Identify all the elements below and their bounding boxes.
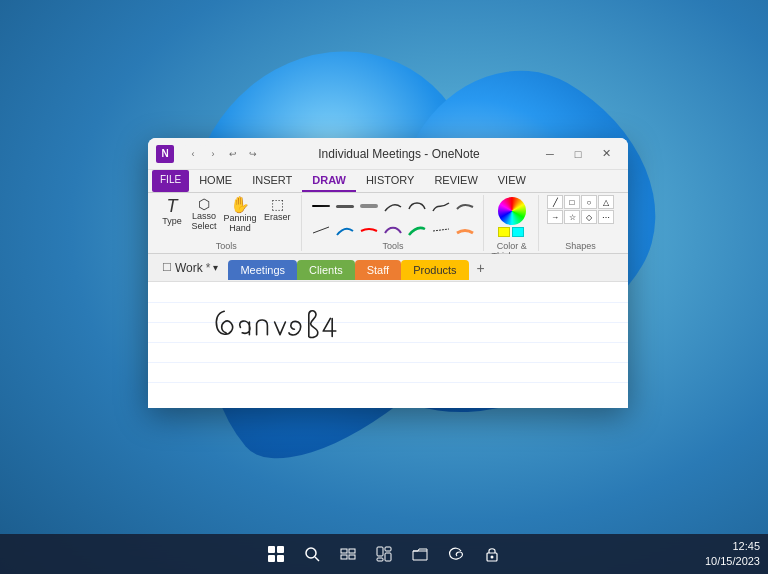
tab-history[interactable]: HISTORY xyxy=(356,170,425,192)
tab-draw[interactable]: DRAW xyxy=(302,170,356,192)
tab-file[interactable]: FILE xyxy=(152,170,189,192)
pen-12[interactable] xyxy=(406,219,428,239)
tab-products[interactable]: Products xyxy=(401,260,468,280)
pen-5[interactable] xyxy=(406,195,428,217)
tab-clients[interactable]: Clients xyxy=(297,260,355,280)
add-section-button[interactable]: + xyxy=(469,256,493,280)
date-display: 10/15/2023 xyxy=(705,554,760,569)
shape-rect[interactable]: □ xyxy=(564,195,580,209)
swatch-2[interactable] xyxy=(512,227,524,237)
close-button[interactable]: ✕ xyxy=(592,142,620,166)
shape-arrow[interactable]: → xyxy=(547,210,563,224)
shape-line[interactable]: ╱ xyxy=(547,195,563,209)
eraser-icon: ⬚ xyxy=(271,197,284,211)
tools-group-label: Tools xyxy=(216,239,237,251)
hand-label: PanningHand xyxy=(223,214,256,234)
shape-diamond[interactable]: ◇ xyxy=(581,210,597,224)
search-button[interactable] xyxy=(296,538,328,570)
quick-access-toolbar: ‹ › ↩ ↪ xyxy=(184,145,262,163)
forward-button[interactable]: › xyxy=(204,145,222,163)
shape-circle[interactable]: ○ xyxy=(581,195,597,209)
pen-6[interactable] xyxy=(430,195,452,217)
pen-9[interactable] xyxy=(334,219,356,239)
taskbar-time: 12:45 10/15/2023 xyxy=(705,539,760,570)
back-button[interactable]: ‹ xyxy=(184,145,202,163)
svg-rect-5 xyxy=(341,549,347,553)
pen-4[interactable] xyxy=(382,195,404,217)
notebook-modified: * xyxy=(206,261,211,275)
widgets-button[interactable] xyxy=(368,538,400,570)
taskview-button[interactable] xyxy=(332,538,364,570)
svg-point-3 xyxy=(306,548,316,558)
shape-triangle[interactable]: △ xyxy=(598,195,614,209)
taskbar-right: 12:45 10/15/2023 xyxy=(705,539,760,570)
ribbon-tab-bar: FILE HOME INSERT DRAW HISTORY REVIEW VIE… xyxy=(148,170,628,193)
pens-group-label: Tools xyxy=(383,239,404,251)
ribbon: FILE HOME INSERT DRAW HISTORY REVIEW VIE… xyxy=(148,170,628,254)
window-controls: ─ □ ✕ xyxy=(536,142,620,166)
svg-rect-7 xyxy=(341,555,347,559)
eraser-button[interactable]: ⬚ Eraser xyxy=(260,195,295,224)
color-wheel[interactable] xyxy=(498,197,526,225)
tab-home[interactable]: HOME xyxy=(189,170,242,192)
shape-more[interactable]: ⋯ xyxy=(598,210,614,224)
shape-star[interactable]: ☆ xyxy=(564,210,580,224)
tab-view[interactable]: VIEW xyxy=(488,170,536,192)
handwriting-area xyxy=(208,302,388,356)
type-icon: T xyxy=(167,197,178,215)
svg-rect-10 xyxy=(385,547,391,551)
type-button[interactable]: T Type xyxy=(158,195,186,228)
ribbon-group-shapes: ╱ □ ○ △ → ☆ ◇ ⋯ Shapes xyxy=(541,195,620,251)
taskbar: 12:45 10/15/2023 xyxy=(0,534,768,574)
tab-meetings[interactable]: Meetings xyxy=(228,260,297,280)
pen-10[interactable] xyxy=(358,219,380,239)
hand-icon: ✋ xyxy=(230,197,250,213)
pen-3[interactable] xyxy=(358,195,380,217)
lasso-select-button[interactable]: ⬡ LassoSelect xyxy=(188,195,220,234)
pen-14[interactable] xyxy=(454,219,476,239)
svg-point-14 xyxy=(491,556,494,559)
swatch-1[interactable] xyxy=(498,227,510,237)
shapes-grid: ╱ □ ○ △ → ☆ ◇ ⋯ xyxy=(547,195,614,224)
page-content xyxy=(148,282,628,408)
svg-line-0 xyxy=(313,227,329,233)
notebook-label: Work xyxy=(175,261,203,275)
notebook-bar: ☐ Work * ▾ Meetings Clients Staff Produc… xyxy=(148,254,628,282)
ribbon-group-color: Color &Thickness xyxy=(486,195,540,251)
panning-hand-button[interactable]: ✋ PanningHand xyxy=(222,195,258,236)
edge-icon xyxy=(448,546,464,562)
tab-staff[interactable]: Staff xyxy=(355,260,401,280)
lock-button[interactable] xyxy=(476,538,508,570)
tools-buttons: T Type ⬡ LassoSelect ✋ PanningHand ⬚ xyxy=(158,195,295,239)
pen-8[interactable] xyxy=(310,219,332,239)
tab-insert[interactable]: INSERT xyxy=(242,170,302,192)
title-bar-left: N ‹ › ↩ ↪ xyxy=(156,145,262,163)
pen-2[interactable] xyxy=(334,195,356,217)
minimize-button[interactable]: ─ xyxy=(536,142,564,166)
pen-7[interactable] xyxy=(454,195,476,217)
start-button[interactable] xyxy=(260,538,292,570)
windows-logo-icon xyxy=(268,546,284,562)
redo-button[interactable]: ↪ xyxy=(244,145,262,163)
maximize-button[interactable]: □ xyxy=(564,142,592,166)
shapes-group-label: Shapes xyxy=(565,239,596,251)
pen-13[interactable] xyxy=(430,219,452,239)
svg-line-4 xyxy=(315,557,319,561)
ribbon-group-pens: Tools xyxy=(304,195,484,251)
svg-rect-8 xyxy=(349,555,355,559)
notebook-name[interactable]: ☐ Work * ▾ xyxy=(156,259,224,277)
pen-1[interactable] xyxy=(310,195,332,217)
widgets-icon xyxy=(376,546,392,562)
title-bar: N ‹ › ↩ ↪ Individual Meetings - OneNote … xyxy=(148,138,628,170)
undo-button[interactable]: ↩ xyxy=(224,145,242,163)
edge-button[interactable] xyxy=(440,538,472,570)
pen-11[interactable] xyxy=(382,219,404,239)
color-inner xyxy=(498,195,526,239)
app-icon: N xyxy=(156,145,174,163)
tab-review[interactable]: REVIEW xyxy=(424,170,487,192)
lasso-icon: ⬡ xyxy=(198,197,210,211)
time-display: 12:45 xyxy=(705,539,760,554)
section-tabs: Meetings Clients Staff Products + xyxy=(228,256,620,280)
svg-rect-12 xyxy=(377,558,383,561)
explorer-button[interactable] xyxy=(404,538,436,570)
